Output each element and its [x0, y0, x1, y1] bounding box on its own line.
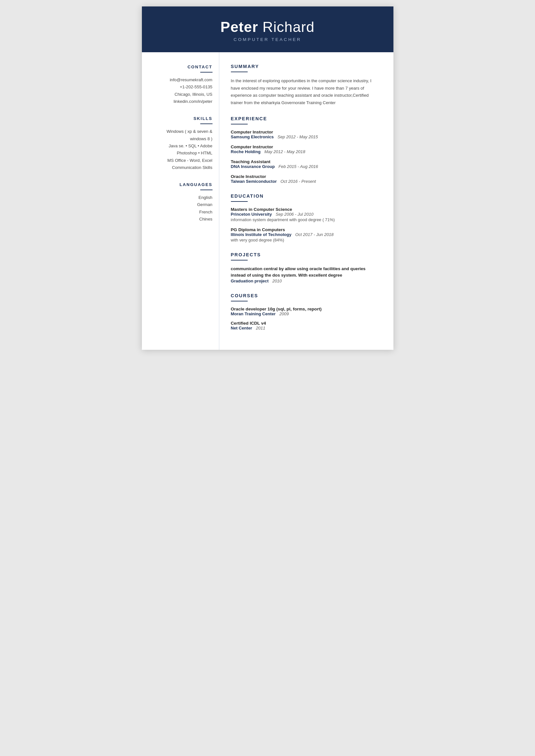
summary-section: SUMMARY In the interest of exploring opp…: [231, 64, 381, 106]
course-year-0: 2009: [279, 311, 289, 316]
course-item-1: Certified ICDL v4 Net Center 2011: [231, 321, 381, 331]
contact-title: CONTACT: [151, 65, 212, 69]
edu-dates-0: Sep 2006 - Jul 2010: [276, 212, 313, 217]
course-center-0: Moran Training Center: [231, 311, 276, 316]
edu-institution-row-0: Princeton University Sep 2006 - Jul 2010: [231, 212, 381, 217]
projects-section: PROJECTS communication central by allow …: [231, 252, 381, 284]
skills-divider: [200, 123, 212, 124]
languages-title: LANGUAGES: [151, 182, 212, 187]
contact-divider: [200, 72, 212, 72]
resume-header: Peter Richard COMPUTER TEACHER: [142, 7, 393, 52]
language-item: German: [151, 201, 212, 208]
contact-location: Chicago, Illinois, US: [151, 91, 212, 98]
course-name-0: Oracle developer 10g (sql, pl, forms, re…: [231, 307, 381, 311]
resume-container: Peter Richard COMPUTER TEACHER CONTACT i…: [142, 7, 393, 350]
main-content: SUMMARY In the interest of exploring opp…: [219, 52, 393, 350]
course-center-1: Net Center: [231, 326, 252, 331]
experience-section: EXPERIENCE Computer Instructor Samsung E…: [231, 116, 381, 184]
contact-email: info@resumekraft.com: [151, 76, 212, 84]
project-desc-0: communication central by allow using ora…: [231, 266, 381, 279]
project-year-0: 2010: [272, 279, 282, 284]
skills-list: Windows ( xp & seven & windows 8 ) Java …: [151, 128, 212, 171]
course-name-1: Certified ICDL v4: [231, 321, 381, 326]
education-divider: [231, 201, 248, 202]
summary-text: In the interest of exploring opportuniti…: [231, 77, 381, 106]
exp-role-0: Computer Instructor: [231, 130, 381, 134]
language-item: Chines: [151, 216, 212, 223]
skills-section: SKILLS Windows ( xp & seven & windows 8 …: [151, 116, 212, 171]
summary-divider: [231, 71, 248, 72]
exp-dates-0: Sep 2012 - May 2015: [277, 134, 318, 139]
edu-institution-1: Illinois Institute of Technology: [231, 232, 292, 237]
courses-divider: [231, 301, 248, 301]
edu-dates-1: Oct 2017 - Jun 2018: [296, 232, 334, 237]
edu-detail-1: with very good degree (84%): [231, 238, 381, 242]
projects-title: PROJECTS: [231, 252, 381, 257]
exp-role-3: Oracle Instructor: [231, 174, 381, 179]
education-item-0: Masters in Computer Science Princeton Un…: [231, 207, 381, 222]
contact-phone: +1-202-555-0135: [151, 84, 212, 91]
exp-company-row-2: DNA Insurance Group Feb 2015 - Aug 2016: [231, 164, 381, 169]
experience-item-0: Computer Instructor Samsung Electronics …: [231, 130, 381, 139]
last-name: Richard: [263, 19, 314, 35]
education-item-1: PG Diploma in Computers Illinois Institu…: [231, 227, 381, 242]
edu-degree-1: PG Diploma in Computers: [231, 227, 381, 232]
first-name: Peter: [221, 19, 258, 35]
course-year-1: 2011: [256, 326, 265, 331]
sidebar: CONTACT info@resumekraft.com +1-202-555-…: [142, 52, 219, 350]
job-title: COMPUTER TEACHER: [155, 37, 380, 42]
exp-dates-2: Feb 2015 - Aug 2016: [279, 164, 318, 169]
experience-item-2: Teaching Assistant DNA Insurance Group F…: [231, 159, 381, 169]
experience-divider: [231, 124, 248, 124]
exp-role-1: Computer Instructor: [231, 145, 381, 149]
languages-list: English German French Chines: [151, 194, 212, 223]
experience-item-3: Oracle Instructor Taiwan Semiconductor O…: [231, 174, 381, 184]
courses-section: COURSES Oracle developer 10g (sql, pl, f…: [231, 293, 381, 331]
edu-institution-row-1: Illinois Institute of Technology Oct 201…: [231, 232, 381, 237]
project-name-0: Graduation project: [231, 279, 268, 284]
skill-item: MS Office - Word, Excel: [151, 157, 212, 164]
exp-company-row-0: Samsung Electronics Sep 2012 - May 2015: [231, 134, 381, 139]
languages-divider: [200, 190, 212, 190]
language-item: English: [151, 194, 212, 201]
resume-body: CONTACT info@resumekraft.com +1-202-555-…: [142, 52, 393, 350]
languages-section: LANGUAGES English German French Chines: [151, 182, 212, 223]
exp-company-0: Samsung Electronics: [231, 134, 274, 139]
exp-dates-3: Oct 2016 - Present: [281, 179, 316, 184]
exp-role-2: Teaching Assistant: [231, 159, 381, 164]
exp-company-1: Roche Holding: [231, 149, 261, 154]
exp-company-3: Taiwan Semiconductor: [231, 179, 277, 184]
course-center-row-1: Net Center 2011: [231, 326, 381, 331]
experience-item-1: Computer Instructor Roche Holding May 20…: [231, 145, 381, 154]
contact-info: info@resumekraft.com +1-202-555-0135 Chi…: [151, 76, 212, 105]
course-center-row-0: Moran Training Center 2009: [231, 311, 381, 316]
edu-detail-0: information system department with good …: [231, 217, 381, 222]
exp-company-2: DNA Insurance Group: [231, 164, 275, 169]
summary-title: SUMMARY: [231, 64, 381, 69]
education-title: EDUCATION: [231, 193, 381, 199]
skills-title: SKILLS: [151, 116, 212, 121]
courses-title: COURSES: [231, 293, 381, 298]
language-item: French: [151, 208, 212, 216]
course-item-0: Oracle developer 10g (sql, pl, forms, re…: [231, 307, 381, 316]
edu-institution-0: Princeton University: [231, 212, 272, 217]
skill-item: Communication Skills: [151, 164, 212, 171]
education-section: EDUCATION Masters in Computer Science Pr…: [231, 193, 381, 242]
contact-section: CONTACT info@resumekraft.com +1-202-555-…: [151, 65, 212, 105]
project-item-0: communication central by allow using ora…: [231, 266, 381, 284]
full-name: Peter Richard: [155, 19, 380, 35]
project-name-row-0: Graduation project 2010: [231, 279, 381, 284]
contact-linkedin: linkedin.com/in/peter: [151, 98, 212, 105]
exp-dates-1: May 2012 - May 2018: [265, 149, 305, 154]
skill-item: Windows ( xp & seven & windows 8 ): [151, 128, 212, 143]
experience-title: EXPERIENCE: [231, 116, 381, 121]
exp-company-row-1: Roche Holding May 2012 - May 2018: [231, 149, 381, 154]
edu-degree-0: Masters in Computer Science: [231, 207, 381, 212]
skill-item: Java se. • SQL • Adobe Photoshop • HTML: [151, 143, 212, 157]
exp-company-row-3: Taiwan Semiconductor Oct 2016 - Present: [231, 179, 381, 184]
projects-divider: [231, 260, 248, 260]
